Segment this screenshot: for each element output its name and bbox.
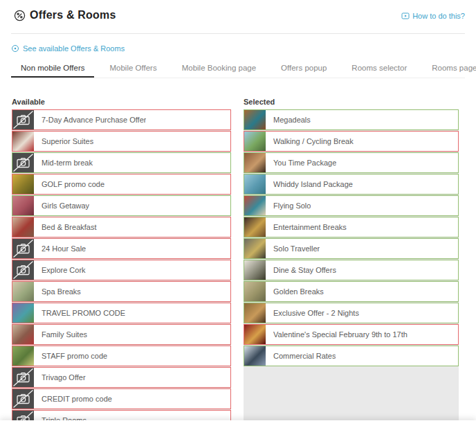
item-photo-thumbnail [12,282,34,301]
no-photo-camera-icon [12,110,34,129]
list-item[interactable]: Commercial Rates [244,346,459,366]
list-item[interactable]: Girls Getaway [12,195,231,216]
item-label: Valentine's Special February 9th to 17th [273,330,408,339]
item-label: Bed & Breakfast [42,223,97,231]
item-photo-thumbnail [244,325,266,344]
offers-rooms-page: Offers & Rooms How to do this? See avail… [0,0,476,448]
selected-list: Megadeals Walking / Cycling Break You Ti… [244,109,459,420]
list-item[interactable]: Trivago Offer [12,367,231,388]
item-photo-thumbnail [12,217,34,237]
item-label: Entertainment Breaks [273,223,347,231]
list-item[interactable]: Whiddy Island Package [244,174,459,195]
item-photo-thumbnail [244,239,266,258]
item-label: 24 Hour Sale [42,244,86,253]
item-label: Family Suites [42,330,87,339]
tab-mobile-offers[interactable]: Mobile Offers [100,60,166,78]
list-item[interactable]: TRAVEL PROMO CODE [12,303,231,323]
list-item[interactable]: Family Suites [12,324,231,345]
list-item[interactable]: Exclusive Offer - 2 Nights [244,303,459,323]
list-item[interactable]: 7-Day Advance Purchase Offer [12,109,231,130]
list-item[interactable]: Golden Breaks [244,281,459,302]
item-label: CREDIT promo code [42,395,112,403]
list-item[interactable]: Entertainment Breaks [244,217,459,238]
see-available-link[interactable]: See available Offers & Rooms [11,44,125,53]
list-item[interactable]: Mid-term break [12,152,231,173]
page-title: Offers & Rooms [30,9,116,21]
tab-bar: Non mobile OffersMobile OffersMobile Boo… [11,60,465,78]
tab-rooms-selector[interactable]: Rooms selector [342,60,416,78]
list-item[interactable]: Solo Traveller [244,238,459,259]
list-item[interactable]: STAFF promo code [12,346,231,366]
item-photo-thumbnail [12,174,34,194]
no-photo-camera-icon [12,411,34,420]
how-to-do-this-label: How to do this? [412,12,465,20]
item-label: Girls Getaway [42,201,89,210]
see-available-label: See available Offers & Rooms [23,44,125,53]
item-photo-thumbnail [244,174,266,194]
item-label: STAFF promo code [42,352,107,360]
tab-non-mobile-offers[interactable]: Non mobile Offers [11,60,94,78]
item-photo-thumbnail [12,132,34,151]
tab-rooms-page[interactable]: Rooms page [422,60,476,78]
item-photo-thumbnail [12,346,34,366]
item-photo-thumbnail [244,153,266,172]
list-item[interactable]: CREDIT promo code [12,388,231,409]
item-label: 7-Day Advance Purchase Offer [42,116,146,124]
list-item[interactable]: Superior Suites [12,131,231,152]
list-item[interactable]: Valentine's Special February 9th to 17th [244,324,459,345]
list-item[interactable]: Explore Cork [12,260,231,280]
list-item[interactable]: Walking / Cycling Break [244,131,459,152]
item-label: Megadeals [273,116,311,124]
no-photo-camera-icon [12,389,34,409]
item-label: Superior Suites [42,137,93,145]
item-photo-thumbnail [12,196,34,215]
tab-mobile-booking-page[interactable]: Mobile Booking page [172,60,266,78]
footer-bar: SAVE [0,420,476,448]
available-list: 7-Day Advance Purchase Offer Superior Su… [12,109,231,420]
item-photo-thumbnail [244,260,266,280]
item-label: Commercial Rates [273,352,336,360]
selected-column-label: Selected [244,98,275,106]
list-item[interactable]: Flying Solo [244,195,459,216]
item-label: Whiddy Island Package [273,180,353,188]
item-photo-thumbnail [244,196,266,215]
no-photo-camera-icon [12,239,34,258]
list-item[interactable]: You Time Package [244,152,459,173]
item-label: Solo Traveller [273,244,320,253]
no-photo-camera-icon [12,260,34,280]
item-label: Explore Cork [42,266,86,274]
percent-circle-icon [14,10,26,21]
list-item[interactable]: Triple Rooms [12,410,231,420]
item-label: Mid-term break [42,159,93,167]
list-item[interactable]: GOLF promo code [12,174,231,195]
list-item[interactable]: Dine & Stay Offers [244,260,459,280]
item-label: Dine & Stay Offers [273,266,336,274]
item-photo-thumbnail [244,282,266,301]
item-photo-thumbnail [244,303,266,323]
item-label: GOLF promo code [42,180,104,188]
item-label: Spa Breaks [42,287,81,296]
item-photo-thumbnail [12,325,34,344]
available-column-label: Available [12,98,45,106]
header-divider [11,33,465,34]
item-photo-thumbnail [244,132,266,151]
item-photo-thumbnail [244,110,266,129]
list-item[interactable]: Bed & Breakfast [12,217,231,238]
item-label: Walking / Cycling Break [273,137,354,145]
item-label: Golden Breaks [273,287,324,296]
no-photo-camera-icon [12,368,34,387]
how-to-do-this-link[interactable]: How to do this? [401,12,465,20]
item-photo-thumbnail [244,217,266,237]
video-icon [401,12,410,20]
item-label: Exclusive Offer - 2 Nights [273,309,359,317]
item-label: Flying Solo [273,201,311,210]
list-item[interactable]: 24 Hour Sale [12,238,231,259]
list-item[interactable]: Spa Breaks [12,281,231,302]
no-photo-camera-icon [12,153,34,172]
tab-offers-popup[interactable]: Offers popup [271,60,336,78]
item-photo-thumbnail [244,346,266,366]
item-photo-thumbnail [12,303,34,323]
eye-icon [11,44,19,53]
list-item[interactable]: Megadeals [244,109,459,130]
item-label: Trivago Offer [42,373,86,382]
